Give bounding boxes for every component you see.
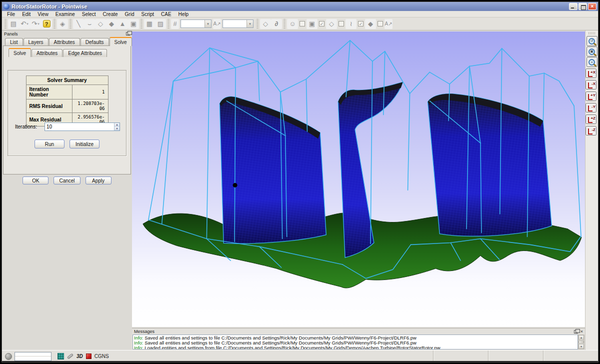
minimize-button[interactable] (569, 3, 578, 10)
menu-edit[interactable]: Edit (19, 12, 34, 17)
view-minus-x-button[interactable]: -X (586, 80, 596, 90)
spacing-icon[interactable]: A↗ (213, 19, 221, 29)
mask-database-checkbox[interactable] (300, 21, 305, 26)
mask-point-checkbox[interactable] (378, 21, 383, 26)
zoom-previous-icon: ↺ (588, 38, 595, 44)
run-button[interactable]: Run (34, 140, 64, 148)
distribute-icon[interactable]: ◇ (260, 19, 271, 29)
messages-close-icon[interactable]: × (580, 329, 583, 334)
menu-cae[interactable]: CAE (158, 12, 174, 17)
view-minus-z-button[interactable]: -Z (586, 126, 596, 136)
spin-down-icon[interactable]: ▼ (114, 127, 120, 131)
titlebar[interactable]: RotorStatorRotor - Pointwise × (2, 2, 598, 11)
undo-dropdown-icon: ▾ (26, 22, 28, 26)
menu-view[interactable]: View (34, 12, 52, 17)
iterations-spinbox[interactable]: ▲ ▼ (44, 122, 120, 131)
subtab-edge-attributes[interactable]: Edge Attributes (63, 49, 107, 57)
messages-scrollbar[interactable]: ▲ ▼ (578, 334, 584, 350)
apply-button[interactable]: Apply (86, 176, 112, 184)
tab-defaults[interactable]: Defaults (80, 38, 109, 46)
extrude-icon[interactable]: ▲ (117, 19, 128, 29)
zoom-previous-button[interactable]: ↺ (586, 36, 598, 46)
solver-summary-table: Solver Summary Iteration Number 1 RMS Re… (26, 76, 108, 126)
mask-spacing-icon[interactable]: A↗ (384, 19, 392, 29)
viewport-3d[interactable] (132, 32, 585, 327)
view-minus-y-button[interactable]: -Y (586, 103, 596, 112)
view-plus-z-button[interactable]: +Z (586, 114, 596, 124)
menu-help[interactable]: Help (176, 12, 192, 17)
solve-subtabs: Solve Attributes Edge Attributes (4, 48, 130, 57)
zoom-extents-button[interactable]: ▣ (586, 46, 598, 56)
tab-solve[interactable]: Solve (110, 37, 132, 46)
tab-attributes[interactable]: Attributes (49, 38, 80, 46)
view-plus-x-button[interactable]: +X (586, 68, 596, 78)
undo-icon[interactable]: ↶▾ (19, 19, 30, 29)
create-curve-icon[interactable]: ⌣ (84, 19, 95, 29)
cancel-button[interactable]: Cancel (54, 176, 80, 184)
scroll-down-icon[interactable]: ▼ (578, 344, 584, 349)
partial-derivative-icon[interactable]: ∂ (271, 19, 282, 29)
tab-list[interactable]: List (5, 38, 23, 46)
spacing-combo[interactable]: ▾ (222, 20, 254, 28)
restore-button[interactable] (578, 3, 587, 10)
status-entry-box[interactable] (14, 352, 52, 361)
summary-row-label: Iteration Number (26, 85, 72, 100)
scroll-thumb[interactable] (578, 340, 584, 344)
panel-float-icon[interactable] (126, 32, 130, 36)
spin-up-icon[interactable]: ▲ (114, 123, 120, 127)
messages-log[interactable]: Info: Saved all entities and settings to… (132, 334, 578, 350)
window-title: RotorStatorRotor - Pointwise (12, 4, 567, 10)
grid-status-icon (58, 353, 64, 360)
status-indicator (5, 353, 12, 360)
structured-grid-icon[interactable]: ▦ (144, 19, 155, 29)
statusbar: 3D CGNS (2, 350, 598, 362)
ok-button[interactable]: OK (22, 176, 48, 184)
menu-select[interactable]: Select (79, 12, 99, 17)
help-icon[interactable]: ? (41, 19, 52, 29)
mask-connector-checkbox[interactable]: ✓ (358, 21, 364, 26)
zoom-out-button[interactable]: ≡ (586, 57, 598, 67)
combo-arrow-icon[interactable]: ▾ (204, 20, 211, 28)
create-unstructured-domain-icon[interactable]: ◆ (106, 19, 117, 29)
mask-point-icon[interactable]: ◆ (365, 19, 376, 29)
subtab-attributes[interactable]: Attributes (32, 49, 62, 57)
iterations-input[interactable] (45, 123, 114, 130)
mask-block-icon[interactable]: ▣ (306, 19, 318, 29)
menu-file[interactable]: File (4, 12, 18, 17)
subtab-solve[interactable]: Solve (8, 48, 31, 57)
panel-palette-icon[interactable]: ◈ (57, 19, 68, 29)
mask-block-checkbox[interactable]: ✓ (319, 21, 324, 26)
selected-point (233, 183, 238, 188)
scroll-up-icon[interactable]: ▲ (578, 335, 584, 340)
messages-caption: Messages (134, 329, 574, 334)
dimension-status: 3D (76, 354, 83, 359)
mask-database-icon[interactable]: ☺ (287, 19, 298, 29)
view-toolbar-grip (588, 32, 595, 34)
menu-examine[interactable]: Examine (52, 12, 78, 17)
menu-grid[interactable]: Grid (122, 12, 138, 17)
mask-domain-checkbox[interactable] (338, 21, 344, 26)
toolbar-grip (54, 19, 56, 29)
unstructured-grid-icon[interactable]: ▨ (155, 19, 166, 29)
app-icon (4, 4, 10, 10)
dimension-combo[interactable]: ▾ (180, 20, 212, 28)
create-connector-icon[interactable]: ╲ (73, 19, 84, 29)
redo-icon[interactable]: ↷▾ (30, 19, 41, 29)
mask-connector-icon[interactable]: ≀ (346, 19, 356, 29)
statusbar-edge (2, 361, 598, 362)
save-icon[interactable]: ▤ (8, 19, 19, 29)
initialize-button[interactable]: Initialize (70, 140, 100, 148)
combo-arrow-icon[interactable]: ▾ (246, 20, 253, 28)
messages-float-icon[interactable] (574, 330, 578, 334)
dimension-icon[interactable]: # (171, 19, 179, 29)
connector-status-icon (67, 354, 74, 360)
menu-create[interactable]: Create (100, 12, 121, 17)
tab-layers[interactable]: Layers (24, 38, 48, 46)
solve-tab-page: Solve Attributes Edge Attributes Solver … (3, 46, 131, 174)
close-button[interactable]: × (588, 3, 596, 10)
create-block-icon[interactable]: ▣ (128, 19, 139, 29)
create-domain-icon[interactable]: ◇ (95, 19, 106, 29)
view-plus-y-button[interactable]: +Y (586, 92, 596, 101)
menu-script[interactable]: Script (138, 12, 157, 17)
mask-domain-icon[interactable]: ◇ (326, 19, 337, 29)
